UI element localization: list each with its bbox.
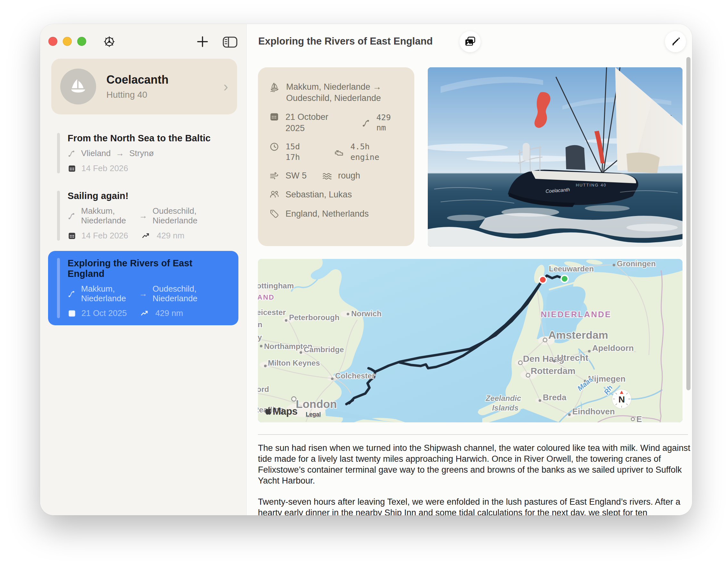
route-map[interactable]: ottinghamANDeicesterPeterboroughNorwichn… (258, 259, 683, 422)
trip-item[interactable]: Exploring the Rivers of East England Mak… (48, 251, 238, 326)
settings-helm-button[interactable] (103, 35, 116, 48)
trip-list: From the North Sea to the Baltic Vlielan… (40, 120, 246, 331)
trip-meta: 21 Oct 2025 429 nm (68, 308, 229, 318)
map-place-label: eicester (258, 308, 286, 317)
zoom-window-button[interactable] (77, 37, 86, 46)
map-place-label: ord (258, 385, 269, 394)
photos-button[interactable] (459, 31, 481, 52)
toggle-sidebar-button[interactable] (222, 36, 238, 48)
boat-model: Hutting 40 (106, 90, 213, 100)
minimize-window-button[interactable] (63, 37, 72, 46)
map-place-label: Cambridge (304, 345, 344, 354)
trip-article: The sun had risen when we turned into th… (258, 443, 691, 515)
map-place-label: Utrecht (557, 353, 588, 363)
arrow-right-glyph: → (139, 211, 147, 221)
calendar-icon (68, 309, 76, 318)
maps-brand-label: Maps (273, 406, 297, 417)
map-place-label: E (636, 414, 642, 422)
map-place-label: n (258, 320, 262, 329)
sailboat-photo-illustration: Coelacanth HUTTING 40 (428, 67, 683, 247)
info-crew: Sebastian, Lukas (285, 190, 352, 199)
map-place-label: Rotterdam (531, 366, 575, 376)
trip-item[interactable]: From the North Sea to the Baltic Vlielan… (48, 126, 238, 180)
apple-logo-icon (264, 407, 272, 416)
trip-meta: 14 Feb 2026 (68, 163, 229, 173)
sidebar: Coelacanth Hutting 40 › From the North S… (40, 24, 247, 515)
map-place-label: Nijmegen (588, 374, 625, 384)
trip-route: Vlieland → Strynø (68, 149, 229, 158)
info-wind: SW 5 (285, 170, 307, 181)
info-distance: 429 nm (376, 112, 403, 133)
route-start-marker (561, 275, 568, 282)
trip-to: Oudeschild, Niederlande (153, 206, 229, 226)
trip-to: Strynø (129, 149, 154, 158)
map-place-label: Breda (543, 393, 567, 402)
trip-to: Oudeschild, Niederlande (153, 284, 229, 303)
distance-chart-icon (140, 309, 149, 318)
trip-item[interactable]: Sailing again! Makkum, Niederlande → Oud… (48, 184, 238, 248)
add-trip-button[interactable] (196, 35, 209, 48)
hull-model-text: HUTTING 40 (576, 183, 607, 187)
trip-accent-bar (57, 258, 60, 319)
route-icon (68, 290, 76, 298)
trip-distance-group: 429 nm (140, 308, 183, 318)
map-place-label: ottingham (258, 281, 294, 290)
photos-stack-icon (464, 36, 476, 47)
compass[interactable]: N (612, 389, 631, 409)
tag-icon (269, 209, 279, 218)
map-place-label: y (258, 333, 262, 342)
info-route-from: Makkum, Niederlande → (286, 82, 381, 92)
trip-photo[interactable]: Coelacanth HUTTING 40 (428, 67, 683, 247)
trip-info-card: Makkum, Niederlande → Oudeschild, Nieder… (258, 67, 414, 246)
map-place-label: Colchester (335, 371, 375, 380)
distance-chart-icon (142, 231, 150, 240)
trip-date: 21 Oct 2025 (81, 308, 127, 318)
boat-avatar (60, 69, 96, 104)
article-paragraph: Twenty-seven hours after leaving Texel, … (258, 496, 691, 515)
main-content: Exploring the Rivers of East England (247, 24, 692, 515)
trip-from: Makkum, Niederlande (81, 206, 134, 226)
content-divider (258, 434, 688, 435)
info-date: 21 October 2025 (285, 112, 346, 134)
page-title: Exploring the Rivers of East England (258, 36, 433, 47)
arrow-right-glyph: → (139, 289, 147, 299)
info-sea-state: rough (338, 170, 360, 181)
maps-brand: Maps (264, 406, 297, 417)
crew-icon (269, 189, 279, 199)
trip-title: Exploring the Rivers of East England (68, 258, 229, 279)
clock-icon (269, 142, 279, 152)
info-route-to: Oudeschild, Niederlande (286, 93, 381, 103)
edit-button[interactable] (665, 31, 686, 52)
waves-icon (322, 171, 332, 181)
map-place-label: AND (258, 293, 275, 301)
map-place-label: Amsterdam (548, 329, 608, 341)
close-window-button[interactable] (48, 37, 57, 46)
window-controls (48, 37, 86, 46)
map-place-label: Zeelandic (485, 394, 521, 402)
trip-distance-group: 429 nm (142, 231, 185, 241)
route-end-marker (539, 276, 546, 283)
route-icon (362, 119, 371, 128)
boat-card[interactable]: Coelacanth Hutting 40 › (51, 59, 237, 114)
helm-wheel-icon (103, 35, 116, 48)
map-place-label: Eindhoven (572, 407, 615, 416)
trip-from: Vlieland (81, 149, 111, 158)
wind-icon (269, 170, 279, 180)
maps-legal-link[interactable]: Legal (306, 411, 321, 418)
sailboat-icon (69, 77, 87, 96)
info-engine-hours: 4.5h engine (350, 142, 403, 162)
calendar-icon (68, 231, 76, 240)
trip-accent-bar (57, 191, 60, 241)
trip-date: 14 Feb 2026 (81, 163, 128, 173)
map-place-label: Peterborough (289, 313, 339, 322)
info-duration: 15d 17h (285, 142, 319, 162)
main-scrollbar[interactable] (686, 57, 691, 390)
plus-icon (196, 35, 209, 48)
boat-name: Coelacanth (106, 73, 213, 87)
chevron-right-icon: › (223, 79, 228, 94)
trip-distance: 429 nm (157, 231, 185, 241)
app-window: Coelacanth Hutting 40 › From the North S… (40, 24, 692, 515)
engine-icon (334, 147, 344, 157)
trip-title: Sailing again! (68, 191, 229, 201)
trip-accent-bar (57, 133, 60, 173)
